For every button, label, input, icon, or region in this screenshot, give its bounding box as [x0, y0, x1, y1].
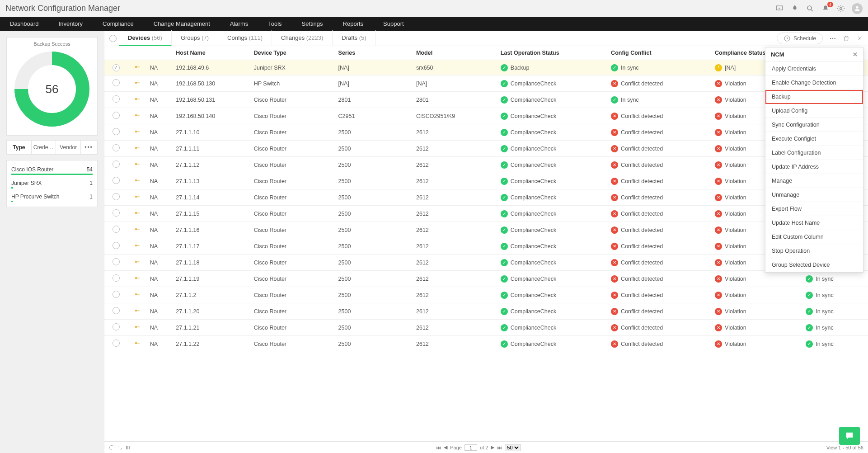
gear-icon[interactable] [836, 4, 845, 13]
table-row[interactable]: NA27.1.1.14Cisco Router25002612✓ Complia… [104, 189, 868, 206]
schedule-button[interactable]: Schedule [777, 33, 823, 44]
table-row[interactable]: NA27.1.1.10Cisco Router25002612✓ Complia… [104, 124, 868, 141]
pager-prev[interactable]: ◀ [444, 444, 447, 450]
page-input[interactable] [464, 444, 477, 451]
dropdown-item-export-flow[interactable]: Export Flow [765, 202, 863, 216]
col-header[interactable]: Device Type [251, 46, 336, 60]
select-all-checkbox[interactable] [109, 35, 117, 42]
tab-drafts[interactable]: Drafts (5) [333, 30, 375, 46]
per-page-select[interactable]: 50 [505, 444, 521, 451]
dropdown-item-update-host-name[interactable]: Update Host Name [765, 216, 863, 230]
tab-groups[interactable]: Groups (7) [172, 30, 218, 46]
table-row[interactable]: NA27.1.1.11Cisco Router25002612✓ Complia… [104, 141, 868, 157]
table-row[interactable]: NA27.1.1.15Cisco Router25002612✓ Complia… [104, 206, 868, 222]
dropdown-item-group-selected-device[interactable]: Group Selected Device [765, 258, 863, 272]
col-header[interactable]: Host Name [173, 46, 251, 60]
close-icon[interactable] [856, 35, 863, 42]
row-checkbox[interactable] [113, 209, 120, 217]
dropdown-item-unmanage[interactable]: Unmanage [765, 188, 863, 202]
pager-last[interactable]: ⏭ [497, 445, 502, 450]
type-row[interactable]: Juniper SRX1 [11, 177, 93, 187]
type-row[interactable]: HP Procurve Switch1 [11, 190, 93, 201]
table-row[interactable]: NA27.1.1.13Cisco Router25002612✓ Complia… [104, 173, 868, 189]
col-header[interactable] [104, 46, 128, 60]
row-checkbox[interactable] [113, 242, 120, 249]
more-icon[interactable] [829, 35, 836, 42]
present-icon[interactable] [775, 4, 784, 13]
sidebar-tab-credent[interactable]: Credent... [32, 141, 56, 154]
type-row[interactable]: Cisco IOS Router54 [11, 163, 93, 174]
dropdown-item-stop-operation[interactable]: Stop Operation [765, 244, 863, 258]
dropdown-close-icon[interactable]: ✕ [853, 51, 858, 58]
row-checkbox[interactable] [113, 177, 120, 184]
col-header[interactable]: Config Conflict [608, 46, 712, 60]
nav-inventory[interactable]: Inventory [49, 17, 93, 31]
table-row[interactable]: NA27.1.1.21Cisco Router25002612✓ Complia… [104, 320, 868, 336]
table-row[interactable]: NA192.168.49.6Juniper SRX[NA]srx650✓ Bac… [104, 60, 868, 76]
table-row[interactable]: NA27.1.1.20Cisco Router25002612✓ Complia… [104, 303, 868, 320]
refresh-icon[interactable] [109, 445, 114, 450]
dropdown-item-manage[interactable]: Manage [765, 174, 863, 188]
tab-configs[interactable]: Configs (111) [218, 30, 272, 46]
table-row[interactable]: NA27.1.1.19Cisco Router25002612✓ Complia… [104, 271, 868, 287]
row-checkbox[interactable] [113, 323, 120, 330]
col-header[interactable]: Series [336, 46, 413, 60]
tab-changes[interactable]: Changes (2223) [272, 30, 333, 46]
nav-support[interactable]: Support [373, 17, 414, 31]
nav-dashboard[interactable]: Dashboard [0, 17, 49, 31]
tab-devices[interactable]: Devices (56) [119, 30, 172, 46]
dropdown-item-backup[interactable]: Backup [765, 90, 863, 104]
row-checkbox[interactable] [113, 226, 120, 233]
rocket-icon[interactable] [790, 4, 799, 13]
table-row[interactable]: NA192.168.50.140Cisco RouterC2951CISCO29… [104, 108, 868, 124]
nav-alarms[interactable]: Alarms [220, 17, 258, 31]
nav-tools[interactable]: Tools [258, 17, 291, 31]
dropdown-item-sync-configuration[interactable]: Sync Configuration [765, 118, 863, 132]
row-checkbox[interactable] [113, 79, 120, 86]
row-checkbox[interactable] [113, 291, 120, 298]
table-row[interactable]: NA27.1.1.18Cisco Router25002612✓ Complia… [104, 255, 868, 271]
avatar-icon[interactable] [852, 3, 863, 14]
dropdown-item-update-ip-address[interactable]: Update IP Address [765, 160, 863, 174]
pager-first[interactable]: ⏮ [436, 445, 441, 450]
row-checkbox[interactable] [113, 128, 120, 135]
nav-reports[interactable]: Reports [333, 17, 374, 31]
table-row[interactable]: NA27.1.1.2Cisco Router25002612✓ Complian… [104, 287, 868, 303]
row-checkbox[interactable] [113, 64, 120, 71]
col-header[interactable] [147, 46, 173, 60]
nav-settings[interactable]: Settings [292, 17, 333, 31]
col-header[interactable]: Last Operation Status [498, 46, 608, 60]
dropdown-item-apply-credentials[interactable]: Apply Credentials [765, 62, 863, 76]
col-header[interactable]: Model [413, 46, 498, 60]
table-row[interactable]: NA27.1.1.22Cisco Router25002612✓ Complia… [104, 336, 868, 352]
table-row[interactable]: NA27.1.1.16Cisco Router25002612✓ Complia… [104, 222, 868, 238]
trash-icon[interactable] [843, 35, 850, 42]
dropdown-item-edit-custom-column[interactable]: Edit Custom Column [765, 230, 863, 244]
row-checkbox[interactable] [113, 307, 120, 314]
row-checkbox[interactable] [113, 258, 120, 265]
row-checkbox[interactable] [113, 160, 120, 168]
row-checkbox[interactable] [113, 144, 120, 151]
row-checkbox[interactable] [113, 340, 120, 347]
expand-icon[interactable] [117, 445, 122, 450]
row-checkbox[interactable] [113, 193, 120, 200]
nav-change-management[interactable]: Change Management [144, 17, 220, 31]
donut-chart[interactable]: 56 [11, 48, 93, 130]
table-row[interactable]: NA192.168.50.130HP Switch[NA][NA]✓ Compl… [104, 76, 868, 92]
sidebar-tab-type[interactable]: Type [7, 141, 32, 154]
bell-icon[interactable]: 4 [821, 4, 830, 13]
sidebar-tab-vendor[interactable]: Vendor [56, 141, 81, 154]
dropdown-item-label-configuration[interactable]: Label Configuration [765, 146, 863, 160]
pager-next[interactable]: ▶ [491, 444, 494, 450]
table-wrap[interactable]: Host NameDevice TypeSeriesModelLast Oper… [104, 46, 868, 441]
dropdown-item-upload-config[interactable]: Upload Config [765, 104, 863, 118]
row-checkbox[interactable] [113, 95, 120, 103]
row-checkbox[interactable] [113, 112, 120, 119]
dropdown-item-enable-change-detection[interactable]: Enable Change Detection [765, 76, 863, 90]
col-header[interactable] [128, 46, 147, 60]
row-checkbox[interactable] [113, 274, 120, 282]
table-row[interactable]: NA192.168.50.131Cisco Router28012801✓ Co… [104, 92, 868, 108]
dropdown-item-execute-configlet[interactable]: Execute Configlet [765, 132, 863, 146]
sidebar-tab-more[interactable]: ••• [81, 141, 97, 154]
columns-icon[interactable] [125, 445, 131, 450]
